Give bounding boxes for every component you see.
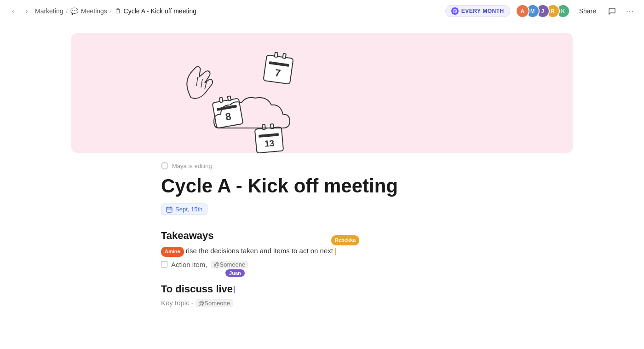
calendar-icon (166, 206, 172, 213)
collaborator-avatars[interactable]: A M J R K (516, 4, 570, 18)
breadcrumb-meetings[interactable]: Meetings (81, 7, 107, 15)
takeaways-text: rise the decisions taken and items to ac… (186, 247, 333, 255)
amine-cursor: Amine (161, 247, 184, 257)
discuss-heading: To discuss live Juan (161, 283, 483, 295)
every-month-badge[interactable]: EVERY MONTH (445, 5, 510, 17)
svg-line-2 (201, 79, 202, 87)
breadcrumb: Marketing / 💬 Meetings / 🗒 Cycle A - Kic… (35, 7, 196, 15)
key-topic-label: Key topic - (161, 299, 194, 307)
editing-indicator: Maya is editing (161, 162, 483, 169)
svg-line-1 (196, 77, 198, 86)
date-badge[interactable]: Sept, 15th (161, 204, 207, 215)
breadcrumb-current: Cycle A - Kick off meeting (124, 7, 196, 15)
key-topic-row: Key topic - @Someone (161, 299, 483, 307)
avatar-1: A (516, 4, 529, 18)
takeaways-body[interactable]: Amine rise the decisions taken and items… (161, 245, 483, 257)
action-checkbox[interactable] (161, 261, 167, 268)
more-options-button[interactable]: ··· (624, 5, 637, 17)
hero-banner: 7 8 13 (71, 33, 573, 153)
main-content: 7 8 13 (0, 22, 644, 349)
document-title[interactable]: Cycle A - Kick off meeting (161, 175, 483, 197)
header-bar: ‹ › Marketing / 💬 Meetings / 🗒 Cycle A -… (0, 0, 644, 22)
key-topic-mention[interactable]: @Someone (196, 299, 233, 307)
juan-cursor-line (234, 286, 235, 293)
editing-dot (161, 162, 168, 169)
rebekka-cursor: Rebekka (331, 235, 359, 245)
action-item-row[interactable]: Action item, @Someone (161, 261, 483, 268)
recurrence-icon (451, 7, 459, 15)
comments-button[interactable] (605, 5, 618, 17)
header-left: ‹ › Marketing / 💬 Meetings / 🗒 Cycle A -… (7, 6, 196, 17)
juan-cursor: Juan (225, 269, 245, 277)
svg-rect-4 (167, 207, 172, 212)
meetings-icon: 💬 (70, 7, 78, 15)
nav-back-button[interactable]: ‹ (7, 6, 18, 17)
header-right: EVERY MONTH A M J R K Share ··· (445, 4, 637, 18)
rebekka-cursor-area: Rebekka (335, 247, 336, 255)
breadcrumb-sep-2: / (110, 7, 112, 14)
calendar-7: 7 (264, 56, 292, 83)
cloud-doodle (205, 91, 306, 139)
breadcrumb-sep-1: / (66, 7, 68, 14)
share-button[interactable]: Share (575, 6, 600, 17)
breadcrumb-marketing[interactable]: Marketing (35, 7, 63, 15)
date-text: Sept, 15th (175, 206, 202, 213)
nav-forward-button[interactable]: › (21, 6, 32, 17)
doc-icon: 🗒 (115, 7, 121, 15)
every-month-label: EVERY MONTH (461, 8, 504, 14)
document-content: Maya is editing Cycle A - Kick off meeti… (161, 153, 483, 325)
discuss-heading-text: To discuss live (161, 283, 233, 295)
action-item-text: Action item, (171, 261, 207, 268)
editing-text: Maya is editing (172, 163, 212, 169)
rebekka-cursor-line (335, 248, 336, 255)
takeaways-heading: Takeaways (161, 230, 483, 242)
